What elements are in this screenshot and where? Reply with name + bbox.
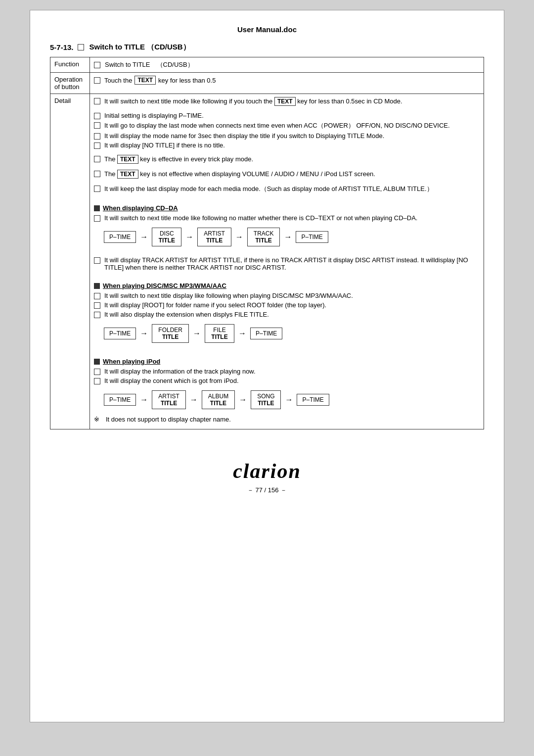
section-heading-text: Switch to TITLE （CD/USB） (89, 43, 190, 52)
flow-box-folder-bottom: TITLE (158, 333, 182, 340)
disc-msc-line3: It will also display the extension when … (94, 311, 480, 318)
disc-msc-line1: It will switch to next title display lik… (94, 292, 480, 299)
function-text: Switch to TITLE （CD/USB） (105, 60, 194, 69)
flow-start-ptime-3: P–TIME (104, 394, 136, 406)
detail-line8: It will keep the last display mode for e… (94, 185, 480, 193)
flow-arrow-2: → (185, 233, 193, 241)
flow-arrow-11: → (285, 395, 293, 404)
page-header: User Manual.doc (50, 25, 484, 34)
flow-box-disc-top: DISC (158, 230, 175, 237)
ipod-note-text: ※ It does not support to display chapter… (94, 415, 231, 424)
table-row-function: Function Switch to TITLE （CD/USB） (50, 57, 484, 73)
ipod-line1-text: It will display the information of the t… (104, 368, 256, 375)
detail-cb1 (94, 98, 100, 104)
detail-line1: It will switch to next title mode like f… (94, 97, 480, 106)
detail-cb4 (94, 133, 100, 140)
flow-box-artist2-top: ARTIST (158, 393, 179, 400)
disc-msc-line2-text: It will display [ROOT] for folder name i… (104, 301, 326, 309)
ipod-cb2 (94, 378, 100, 384)
function-label: Function (50, 57, 90, 73)
flow-box-track: TRACK TITLE (247, 228, 280, 246)
ipod-heading: When playing iPod (94, 358, 480, 365)
detail-line5-text: It will display [NO TITLE] if there is n… (104, 142, 225, 149)
flow-box-album-bottom: TITLE (208, 400, 228, 407)
page-title: User Manual.doc (237, 25, 297, 34)
operation-label: Operationof button (50, 73, 90, 94)
main-table: Function Switch to TITLE （CD/USB） Operat… (50, 57, 484, 429)
ipod-flow: P–TIME → ARTIST TITLE → ALBUM TITLE → SO… (104, 390, 480, 409)
disc-msc-cb1 (94, 293, 100, 299)
filled-square-1 (94, 205, 100, 211)
detail-line6: The TEXT key is effective in every trick… (94, 155, 480, 164)
track-note-cb (94, 257, 100, 264)
disc-msc-flow: P–TIME → FOLDER TITLE → FILE TITLE → P–T… (104, 324, 480, 343)
flow-arrow-5: → (140, 329, 148, 338)
ipod-line2: It will display the conent which is got … (94, 377, 480, 384)
flow-end-ptime-2: P–TIME (250, 328, 282, 339)
flow-box-song-bottom: TITLE (257, 400, 274, 407)
cd-da-cb1 (94, 215, 100, 222)
cd-da-line1-text: It will switch to next title mode like f… (104, 214, 417, 222)
flow-box-song-top: SONG (257, 393, 274, 400)
flow-start-ptime-1: P–TIME (104, 231, 136, 243)
flow-box-disc-bottom: TITLE (158, 237, 175, 244)
text-key-1: TEXT (134, 76, 156, 85)
flow-end-ptime-3: P–TIME (297, 394, 329, 406)
cd-da-flow: P–TIME → DISC TITLE → ARTIST TITLE → TRA… (104, 228, 480, 246)
detail-line4-text: It will display the mode name for 3sec t… (104, 132, 384, 140)
table-row-detail: Detail It will switch to next title mode… (50, 94, 484, 429)
function-content: Switch to TITLE （CD/USB） (90, 57, 484, 73)
ipod-heading-text: When playing iPod (103, 358, 160, 365)
detail-line4: It will display the mode name for 3sec t… (94, 132, 480, 140)
disc-msc-heading: When playing DISC/MSC MP3/WMA/AAC (94, 282, 480, 289)
brand-section: clarion － 77 / 156 － (50, 459, 484, 495)
detail-line6-text: The TEXT key is effective in every trick… (104, 155, 253, 164)
operation-rest: key for less than 0.5 (158, 77, 216, 84)
flow-box-track-bottom: TITLE (254, 237, 274, 244)
disc-msc-line2: It will display [ROOT] for folder name i… (94, 301, 480, 309)
detail-cb7 (94, 171, 100, 177)
detail-line2: Initial setting is displaying P–TIME. (94, 112, 480, 119)
flow-arrow-8: → (140, 395, 148, 404)
brand-name: clarion (50, 459, 484, 483)
filled-square-2 (94, 283, 100, 289)
flow-box-disc: DISC TITLE (152, 228, 181, 246)
detail-label: Detail (50, 94, 90, 429)
filled-square-3 (94, 359, 100, 365)
flow-box-artist: ARTIST TITLE (197, 228, 231, 246)
disc-msc-line3-text: It will also display the extension when … (104, 311, 269, 318)
checkbox-icon (78, 44, 84, 50)
text-key-4: TEXT (117, 170, 138, 179)
page-number: － 77 / 156 － (50, 486, 484, 495)
detail-content: It will switch to next title mode like f… (90, 94, 484, 429)
detail-line8-text: It will keep the last display mode for e… (104, 185, 433, 193)
flow-arrow-10: → (239, 395, 247, 404)
page: User Manual.doc 5-7-13. Switch to TITLE … (30, 10, 504, 722)
disc-msc-cb3 (94, 312, 100, 318)
flow-arrow-6: → (193, 329, 201, 338)
section-title: 5-7-13. Switch to TITLE （CD/USB） (50, 43, 484, 52)
section-number: 5-7-13. (50, 43, 74, 51)
detail-cb3 (94, 122, 100, 129)
detail-line3-text: It will go to display the last mode when… (104, 121, 450, 130)
ipod-line1: It will display the information of the t… (94, 368, 480, 375)
text-key-2: TEXT (274, 97, 296, 106)
text-key-3: TEXT (117, 155, 138, 164)
cd-da-heading-text: When displaying CD–DA (103, 204, 178, 212)
cd-da-line1: It will switch to next title mode like f… (94, 214, 480, 222)
flow-end-ptime-1: P–TIME (296, 231, 328, 243)
ipod-cb1 (94, 369, 100, 375)
detail-line5: It will display [NO TITLE] if there is n… (94, 142, 480, 149)
detail-cb5 (94, 142, 100, 149)
flow-box-album: ALBUM TITLE (202, 390, 235, 409)
function-checkbox (94, 62, 100, 68)
ipod-note: ※ It does not support to display chapter… (94, 415, 480, 424)
detail-line7-text: The TEXT key is not effective when displ… (104, 170, 375, 179)
flow-box-file-bottom: TITLE (211, 333, 228, 340)
track-note: It will display TRACK ARTIST for ARTIST … (94, 256, 480, 271)
flow-arrow-1: → (140, 233, 148, 241)
detail-line1-text: It will switch to next title mode like f… (104, 97, 402, 106)
flow-arrow-9: → (190, 395, 198, 404)
disc-msc-line1-text: It will switch to next title display lik… (104, 292, 353, 299)
flow-box-artist2-bottom: TITLE (158, 400, 179, 407)
